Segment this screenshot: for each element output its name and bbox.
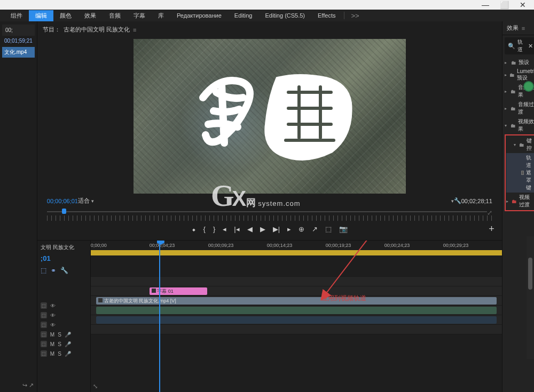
timeline-tracks[interactable]: 0;00;00 00;00;04;23 00;00;09;23 00;00;14…: [91, 241, 502, 392]
play-back-icon[interactable]: ◀: [247, 225, 253, 233]
ruler-tick: 00;00;24;23: [384, 243, 443, 248]
video-track-1[interactable]: 古老的中国文明 民族文化.mp4 [V]: [91, 296, 502, 306]
eye-icon[interactable]: 👁: [50, 313, 56, 318]
bracket-out-icon[interactable]: }: [213, 225, 215, 233]
folder-icon: 🖿: [509, 72, 515, 78]
menu-editing-ru[interactable]: Редактирование: [170, 11, 228, 20]
step-fwd-icon[interactable]: ▶|: [273, 225, 280, 233]
effects-menu-icon[interactable]: ≡: [522, 25, 525, 31]
menu-effects[interactable]: 效果: [78, 10, 103, 21]
audio-track-3[interactable]: [91, 325, 502, 334]
lift-icon[interactable]: ↗: [312, 225, 318, 233]
time-ruler[interactable]: 0;00;00 00;00;04;23 00;00;09;23 00;00;14…: [91, 241, 502, 255]
snap-icon[interactable]: ⬚: [41, 267, 46, 274]
minimize-button[interactable]: —: [482, 1, 489, 9]
monitor-tab-name[interactable]: 古老的中国文明 民族文化: [64, 26, 130, 34]
window-titlebar: — ⬜ ✕: [0, 0, 534, 10]
step-fwd-multi-icon[interactable]: ▸: [287, 225, 291, 233]
playhead-line[interactable]: [159, 241, 160, 392]
clear-search-icon[interactable]: ✕: [528, 43, 533, 50]
settings-icon[interactable]: 🔧: [454, 197, 461, 204]
fx-track-matte-key[interactable]: 轨道遮罩键: [506, 153, 534, 193]
solo-label[interactable]: S: [58, 341, 61, 347]
mute-label[interactable]: M: [50, 332, 54, 338]
monitor-scrubber[interactable]: ⤢: [47, 209, 492, 214]
mic-icon[interactable]: 🎤: [65, 351, 71, 357]
menu-audio[interactable]: 音频: [103, 10, 127, 21]
menu-overflow[interactable]: >>: [347, 12, 363, 20]
transport-controls: ⬥ { } ◂ |◂ ◀ ▶ ▶| ▸ ⊕ ↗ ⬚ 📷: [40, 221, 500, 237]
project-tab[interactable]: 00;: [2, 25, 35, 36]
effects-search[interactable]: 🔍 轨道 ✕: [505, 37, 534, 54]
user-avatar[interactable]: [523, 81, 534, 92]
new-item-icon[interactable]: ↪: [22, 382, 27, 388]
menu-library[interactable]: 库: [152, 10, 170, 21]
track-toggle-icon[interactable]: ⬚: [41, 302, 47, 309]
search-input[interactable]: 轨道: [515, 38, 528, 53]
play-icon[interactable]: ▶: [260, 225, 265, 233]
fx-folder-lumetri[interactable]: ▸🖿Lumetri 预设: [505, 67, 534, 83]
audio-track-2[interactable]: [91, 315, 502, 325]
menu-components[interactable]: 组件: [4, 10, 29, 21]
work-area-bar[interactable]: [91, 250, 502, 255]
fx-folder-keying[interactable]: ▾🖿键控: [506, 136, 534, 153]
track-toggle-icon[interactable]: ⬚: [41, 341, 47, 347]
audio-clip[interactable]: [96, 316, 497, 324]
solo-label[interactable]: S: [58, 332, 61, 338]
menu-captions[interactable]: 字幕: [127, 10, 152, 21]
fx-folder-video-trans[interactable]: ▸🖿视频过渡: [506, 193, 534, 210]
menu-editing[interactable]: Editing: [228, 11, 259, 20]
mic-icon[interactable]: 🎤: [65, 341, 71, 347]
effects-tab-label[interactable]: 效果: [507, 24, 519, 32]
track-toggle-icon[interactable]: ⬚: [41, 350, 47, 357]
wrench-icon[interactable]: 🔧: [60, 267, 68, 274]
eye-icon[interactable]: 👁: [50, 303, 56, 309]
menu-color[interactable]: 颜色: [53, 10, 78, 21]
timeline-timecode[interactable]: ;01: [40, 252, 88, 265]
timeline-expand-icon[interactable]: ⤡: [93, 383, 98, 390]
menu-editing-cs55[interactable]: Editing (CS5.5): [258, 11, 311, 20]
track-toggle-icon[interactable]: ⬚: [41, 312, 47, 318]
scrollbar-thumb[interactable]: [528, 258, 532, 290]
monitor-menu-icon[interactable]: ≡: [133, 27, 137, 33]
sequence-tab[interactable]: 文明 民族文化: [40, 243, 88, 252]
fx-folder-video-fx[interactable]: ▾🖿视频效果: [505, 117, 534, 134]
video-track-2[interactable]: 字幕 01: [91, 286, 502, 296]
track-toggle-icon[interactable]: ⬚: [41, 331, 47, 338]
audio-clip[interactable]: [96, 307, 497, 314]
scrubber-head[interactable]: [62, 209, 66, 214]
insert-icon[interactable]: ⊕: [299, 225, 304, 233]
timeline-scrollbar[interactable]: [527, 236, 534, 359]
mute-label[interactable]: M: [50, 341, 54, 347]
expand-icon[interactable]: ⤢: [487, 209, 492, 217]
fx-folder-audio-trans[interactable]: ▸🖿音频过渡: [505, 100, 534, 117]
step-back-icon[interactable]: |◂: [234, 225, 239, 233]
maximize-button[interactable]: ⬜: [500, 1, 509, 9]
video-clip[interactable]: 古老的中国文明 民族文化.mp4 [V]: [96, 297, 497, 305]
bracket-in-icon[interactable]: {: [203, 225, 206, 233]
track-toggle-icon[interactable]: ⬚: [41, 322, 47, 328]
menu-edit[interactable]: 编辑: [29, 10, 53, 21]
fit-dropdown[interactable]: 适合 ▾: [78, 197, 94, 205]
title-clip[interactable]: 字幕 01: [150, 287, 207, 295]
extract-icon[interactable]: ⬚: [325, 225, 332, 233]
export-icon[interactable]: ↗: [29, 382, 34, 388]
mute-label[interactable]: M: [50, 351, 54, 357]
step-back-multi-icon[interactable]: ◂: [223, 225, 226, 233]
solo-label[interactable]: S: [58, 351, 61, 357]
video-track-3[interactable]: [91, 277, 502, 286]
menu-effects2[interactable]: Effects: [311, 11, 342, 20]
link-icon[interactable]: ⚭: [51, 267, 56, 274]
snapshot-icon[interactable]: 📷: [339, 225, 348, 233]
current-timecode[interactable]: 00;00;06;01: [47, 198, 78, 204]
mic-icon[interactable]: 🎤: [65, 332, 71, 338]
add-button[interactable]: +: [489, 223, 494, 235]
folder-icon: 🖿: [512, 198, 517, 204]
eye-icon[interactable]: 👁: [50, 322, 56, 328]
close-button[interactable]: ✕: [520, 1, 526, 9]
project-item[interactable]: 文化.mp4: [2, 47, 35, 58]
fx-folder-presets[interactable]: ▸🖿预设: [505, 58, 534, 67]
audio-track-1[interactable]: [91, 306, 502, 315]
program-viewport[interactable]: [134, 39, 406, 194]
mark-in-icon[interactable]: ⬥: [192, 225, 196, 233]
